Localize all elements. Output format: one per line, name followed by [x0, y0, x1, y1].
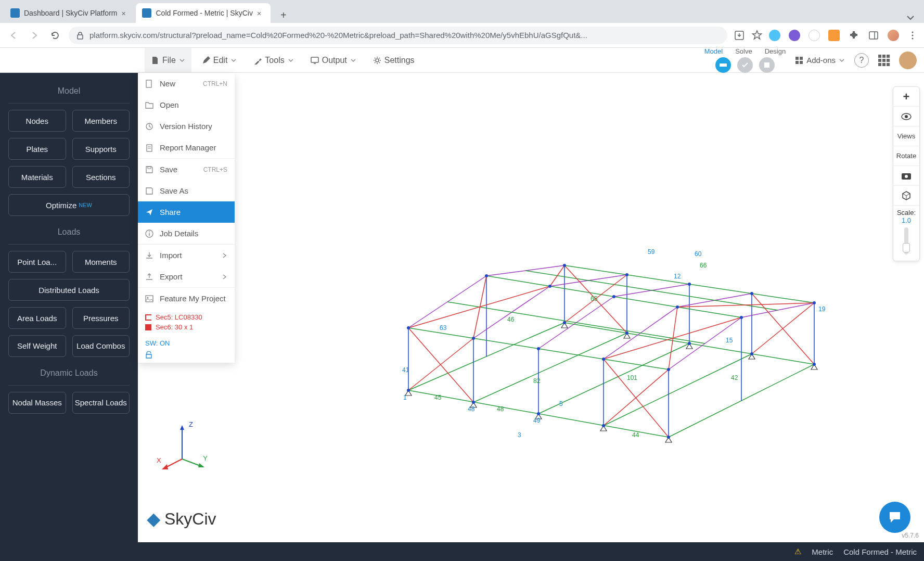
chat-button[interactable] [879, 502, 910, 533]
help-button[interactable]: ? [854, 53, 869, 68]
views-button[interactable]: Views [893, 126, 919, 146]
point-loads-button[interactable]: Point Loa... [8, 251, 66, 273]
scale-slider[interactable] [904, 227, 908, 254]
svg-text:44: 44 [632, 431, 639, 439]
svg-text:12: 12 [674, 273, 681, 280]
spectral-loads-button[interactable]: Spectral Loads [72, 392, 130, 414]
svg-line-62 [408, 328, 473, 402]
star-icon[interactable] [751, 30, 763, 41]
new-tab-button[interactable]: + [276, 7, 291, 23]
svg-marker-126 [162, 464, 168, 469]
extension-icon[interactable] [789, 30, 800, 41]
logo-icon: ◆ [147, 509, 160, 529]
svg-point-24 [149, 231, 150, 232]
optimize-label: Optimize [46, 201, 76, 210]
new-badge: NEW [79, 202, 92, 208]
status-bar: ⚠ Metric Cold Formed - Metric [0, 542, 924, 561]
distributed-loads-button[interactable]: Distributed Loads [8, 279, 130, 301]
svg-rect-16 [146, 80, 151, 87]
extensions-icon[interactable] [848, 30, 859, 41]
menu-save[interactable]: Save CTRL+S [138, 158, 235, 180]
reload-button[interactable] [48, 28, 62, 43]
svg-point-92 [688, 283, 691, 286]
rotate-button[interactable]: Rotate [893, 146, 919, 166]
menu-share[interactable]: Share [138, 201, 235, 223]
settings-button[interactable]: Settings [367, 48, 421, 72]
optimize-button[interactable]: Optimize NEW [8, 194, 130, 216]
save-icon [145, 165, 153, 174]
address-bar[interactable]: platform.skyciv.com/structural?preload_n… [69, 27, 727, 44]
svg-rect-12 [795, 57, 799, 60]
svg-text:66: 66 [700, 262, 707, 269]
z-axis-label: Z [189, 420, 193, 428]
sidebar-heading-dynamic: Dynamic Loads [8, 363, 130, 386]
menu-save-as[interactable]: Save As [138, 180, 235, 201]
svg-text:59: 59 [648, 248, 655, 256]
file-menu-button[interactable]: File [145, 48, 191, 72]
menu-import[interactable]: Import [138, 244, 235, 266]
extension-icon[interactable] [769, 30, 780, 41]
browser-tab-active[interactable]: Cold Formed - Metric | SkyCiv × [136, 3, 270, 23]
menu-version-history[interactable]: Version History [138, 116, 235, 137]
file-dropdown: New CTRL+N Open Version History Report M… [138, 73, 235, 363]
nodal-masses-button[interactable]: Nodal Masses [8, 392, 66, 414]
menu-open[interactable]: Open [138, 94, 235, 116]
file-icon [145, 80, 153, 88]
mode-solve-pill[interactable] [737, 57, 753, 73]
moments-button[interactable]: Moments [72, 251, 130, 273]
install-icon[interactable] [734, 30, 745, 41]
box-button[interactable] [893, 186, 919, 206]
svg-point-89 [667, 368, 670, 371]
close-icon[interactable]: × [257, 9, 264, 17]
extension-icon[interactable] [828, 30, 840, 41]
edit-menu-button[interactable]: Edit [196, 48, 243, 72]
sidepanel-icon[interactable] [868, 30, 879, 41]
mode-solve-label[interactable]: Solve [735, 47, 752, 55]
members-button[interactable]: Members [72, 110, 130, 132]
browser-tab[interactable]: Dashboard | SkyCiv Platform × [4, 3, 135, 23]
menu-new[interactable]: New CTRL+N [138, 73, 235, 94]
addons-button[interactable]: Add-ons [795, 56, 845, 65]
profile-avatar[interactable] [888, 30, 899, 41]
close-icon[interactable]: × [121, 9, 129, 17]
screenshot-button[interactable] [893, 166, 919, 186]
load-combos-button[interactable]: Load Combos [72, 335, 130, 357]
area-loads-button[interactable]: Area Loads [8, 307, 66, 329]
tools-menu-button[interactable]: Tools [247, 48, 300, 72]
logo-text: SkyCiv [164, 509, 216, 529]
materials-button[interactable]: Materials [8, 166, 66, 188]
mode-design-pill[interactable] [759, 57, 775, 73]
clipboard-icon [145, 144, 153, 152]
menu-export[interactable]: Export [138, 266, 235, 287]
user-avatar[interactable] [899, 52, 917, 69]
supports-button[interactable]: Supports [72, 138, 130, 160]
legend-text: Sec5: LC08330 [156, 313, 202, 321]
menu-icon[interactable] [907, 30, 918, 41]
nodes-button[interactable]: Nodes [8, 110, 66, 132]
mode-model-label[interactable]: Model [704, 47, 723, 55]
menu-feature-project[interactable]: Feature My Project [138, 287, 235, 309]
svg-point-84 [813, 363, 816, 366]
pressures-button[interactable]: Pressures [72, 307, 130, 329]
zoom-in-button[interactable]: + [893, 87, 919, 107]
svg-point-83 [750, 352, 753, 355]
svg-rect-15 [800, 61, 803, 64]
warning-icon[interactable]: ⚠ [794, 547, 801, 556]
visibility-button[interactable] [893, 107, 919, 126]
menu-report-manager[interactable]: Report Manager [138, 137, 235, 158]
menu-job-details[interactable]: Job Details [138, 223, 235, 244]
sections-button[interactable]: Sections [72, 166, 130, 188]
extension-icon[interactable] [808, 30, 820, 41]
self-weight-button[interactable]: Self Weight [8, 335, 66, 357]
apps-grid-button[interactable] [878, 55, 890, 66]
chevron-down-icon[interactable] [905, 12, 916, 23]
mode-design-label[interactable]: Design [765, 47, 786, 55]
forward-button[interactable] [27, 28, 42, 43]
units-label[interactable]: Metric [812, 547, 833, 556]
mode-model-pill[interactable] [715, 57, 731, 73]
plates-button[interactable]: Plates [8, 138, 66, 160]
back-button[interactable] [6, 28, 21, 43]
model-canvas[interactable]: 135 121519 414849 596063 454844 6566101 … [138, 73, 924, 542]
svg-text:63: 63 [440, 324, 447, 332]
output-menu-button[interactable]: Output [304, 48, 363, 72]
